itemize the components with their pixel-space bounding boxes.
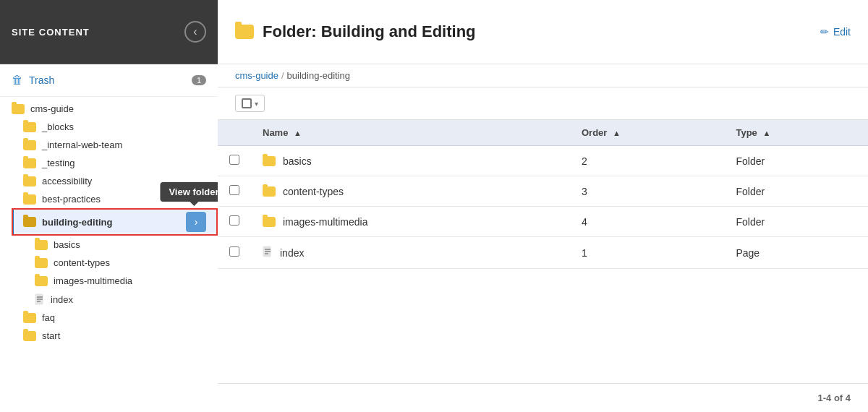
tree-label: _internal-web-team	[42, 140, 122, 150]
breadcrumb-separator: /	[281, 70, 284, 81]
th-name-label: Name	[263, 127, 288, 138]
pagination-text: 1-4 of 4	[817, 392, 851, 403]
row-name-text: index	[280, 247, 304, 259]
tree-item-accessibility[interactable]: accessibility	[12, 172, 218, 190]
sort-type-icon: ▲	[762, 129, 770, 137]
row-name-text: basics	[283, 155, 312, 167]
tree-label: _testing	[42, 158, 75, 168]
row-page-icon	[263, 246, 273, 259]
folder-icon	[23, 194, 36, 205]
table-row[interactable]: content-types3Folder	[218, 176, 868, 207]
tree-item-building-editing[interactable]: building-editing View folder ›	[12, 208, 218, 236]
row-name-cell[interactable]: images-multimedia	[251, 207, 570, 237]
folder-icon	[23, 122, 36, 132]
tree-label: accessibility	[42, 176, 92, 186]
folder-icon	[12, 104, 25, 114]
tree-item-start[interactable]: start	[12, 327, 218, 345]
main-folder-title: Folder: Building and Editing	[235, 22, 476, 41]
th-order[interactable]: Order ▲	[570, 120, 724, 146]
sidebar: SITE CONTENT ‹ 🗑 Trash 1 cms-guide _blo	[0, 0, 218, 412]
tree-item-basics[interactable]: basics	[23, 236, 218, 254]
table-footer: 1-4 of 4	[218, 383, 868, 412]
select-all-checkbox[interactable]	[242, 98, 252, 108]
folder-icon	[35, 258, 48, 268]
tree-item-internal-web-team[interactable]: _internal-web-team	[12, 136, 218, 154]
content-table: Name ▲ Order ▲ Type ▲ basics2Folderconte…	[218, 120, 868, 269]
breadcrumb-cms-guide[interactable]: cms-guide	[235, 70, 278, 81]
tree-label: _blocks	[42, 121, 74, 132]
sidebar-title: SITE CONTENT	[12, 27, 90, 38]
row-order-cell: 4	[570, 207, 724, 237]
view-folder-wrapper: View folder ›	[182, 212, 206, 232]
dropdown-arrow-icon: ▾	[255, 100, 258, 108]
row-name-cell[interactable]: basics	[251, 146, 570, 176]
table-row[interactable]: basics2Folder	[218, 146, 868, 176]
folder-icon	[23, 331, 36, 341]
tree-label: cms-guide	[30, 103, 74, 114]
row-checkbox-cell	[218, 146, 251, 176]
sidebar-back-button[interactable]: ‹	[184, 21, 206, 43]
row-order-cell: 2	[570, 146, 724, 176]
row-name-text: content-types	[283, 186, 344, 197]
tree-item-best-practices[interactable]: best-practices	[12, 190, 218, 208]
row-checkbox[interactable]	[229, 215, 239, 226]
tree-item-content-types[interactable]: content-types	[23, 254, 218, 272]
table-container: Name ▲ Order ▲ Type ▲ basics2Folderconte…	[218, 120, 868, 383]
trash-item[interactable]: 🗑 Trash 1	[0, 64, 218, 97]
th-order-label: Order	[582, 127, 607, 138]
view-folder-button[interactable]: ›	[186, 212, 206, 232]
row-type-cell: Folder	[724, 207, 868, 237]
row-checkbox-cell	[218, 237, 251, 269]
sidebar-content: 🗑 Trash 1 cms-guide _blocks _internal-w	[0, 64, 218, 412]
tree-container: cms-guide _blocks _internal-web-team _te…	[0, 97, 218, 348]
folder-title-text: Folder: Building and Editing	[263, 22, 476, 41]
th-type[interactable]: Type ▲	[724, 120, 868, 146]
th-type-label: Type	[736, 127, 757, 138]
row-folder-icon	[263, 186, 276, 197]
row-checkbox[interactable]	[229, 246, 239, 257]
folder-icon	[23, 140, 36, 150]
tree-item-faq[interactable]: faq	[12, 309, 218, 327]
table-row[interactable]: index1Page	[218, 237, 868, 269]
tree-label: index	[51, 294, 73, 305]
sidebar-header: SITE CONTENT ‹	[0, 0, 218, 64]
tree-item-cms-guide[interactable]: cms-guide	[0, 100, 218, 118]
main-folder-icon	[235, 25, 254, 39]
row-checkbox-cell	[218, 207, 251, 237]
toolbar: ▾	[218, 87, 868, 120]
row-folder-icon	[263, 217, 276, 227]
folder-icon	[23, 176, 36, 186]
row-checkbox-cell	[218, 176, 251, 207]
row-checkbox[interactable]	[229, 155, 239, 165]
edit-button[interactable]: ✏ Edit	[820, 26, 851, 38]
row-name-text: images-multimedia	[283, 216, 367, 228]
main-header: Folder: Building and Editing ✏ Edit	[218, 0, 868, 64]
trash-icon: 🗑	[12, 74, 23, 87]
row-order-cell: 3	[570, 176, 724, 207]
table-row[interactable]: images-multimedia4Folder	[218, 207, 868, 237]
row-checkbox[interactable]	[229, 185, 239, 195]
breadcrumb-building-editing: building-editing	[287, 70, 350, 81]
tree-item-blocks[interactable]: _blocks	[12, 118, 218, 136]
trash-label: Trash	[29, 74, 54, 86]
sort-name-icon: ▲	[294, 129, 302, 137]
folder-icon-selected	[23, 217, 36, 227]
row-name-cell[interactable]: index	[251, 237, 570, 269]
tree-item-index[interactable]: index	[23, 290, 218, 309]
row-name-cell[interactable]: content-types	[251, 176, 570, 207]
tree-item-images-multimedia[interactable]: images-multimedia	[23, 272, 218, 290]
main-content: Folder: Building and Editing ✏ Edit cms-…	[218, 0, 868, 412]
page-icon	[35, 293, 45, 305]
tree-item-testing[interactable]: _testing	[12, 154, 218, 172]
folder-icon	[35, 240, 48, 250]
edit-label: Edit	[833, 26, 851, 38]
row-type-cell: Page	[724, 237, 868, 269]
row-type-cell: Folder	[724, 146, 868, 176]
tree-label: basics	[54, 239, 80, 250]
sort-order-icon: ▲	[613, 129, 621, 137]
th-name[interactable]: Name ▲	[251, 120, 570, 146]
trash-count: 1	[192, 75, 206, 85]
select-all-dropdown[interactable]: ▾	[235, 95, 265, 112]
folder-icon	[23, 158, 36, 168]
tree-label: best-practices	[42, 194, 101, 205]
